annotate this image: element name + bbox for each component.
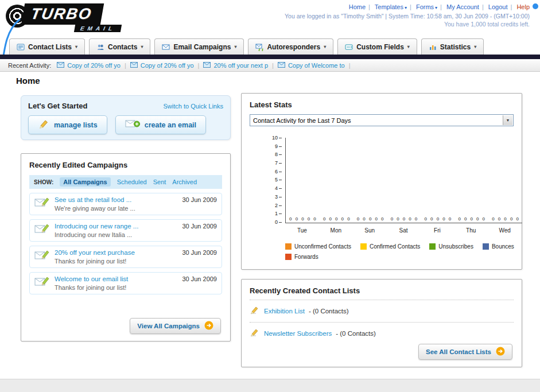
x-axis-label: Wed bbox=[488, 227, 522, 234]
activity-item[interactable]: Copy of Welcome to bbox=[278, 62, 345, 69]
campaign-title-link[interactable]: Welcome to our email list bbox=[55, 275, 128, 282]
tab-contacts[interactable]: Contacts ▾ bbox=[89, 38, 150, 55]
legend-forwards: Forwards bbox=[285, 254, 318, 260]
activity-item[interactable]: 20% off your next p bbox=[203, 62, 268, 69]
campaigns-filter-bar: SHOW: All Campaigns Scheduled Sent Archi… bbox=[29, 175, 222, 189]
campaign-title-link[interactable]: Introducing our new range ... bbox=[55, 223, 138, 230]
header-right: Home| Templates▾| Forms▾| My Account| Lo… bbox=[285, 3, 530, 28]
stats-panel: Latest Stats Contact Activity for the La… bbox=[241, 93, 522, 270]
y-tick-label: 9 bbox=[275, 144, 282, 149]
blue-dot-icon bbox=[533, 3, 538, 9]
tab-autoresponders[interactable]: Autoresponders ▾ bbox=[248, 38, 333, 55]
campaign-title-link[interactable]: 20% off your next purchase bbox=[55, 249, 135, 256]
link-label: Templates bbox=[375, 3, 403, 10]
legend-unsubscribes: Unsubscribes bbox=[429, 243, 473, 250]
activity-item[interactable]: Copy of 20% off yo bbox=[57, 62, 121, 69]
link-help[interactable]: Help bbox=[516, 3, 530, 10]
show-label: SHOW: bbox=[34, 179, 53, 185]
tab-custom-fields[interactable]: Custom Fields ▾ bbox=[337, 38, 417, 55]
tab-label: Contact Lists bbox=[28, 43, 72, 51]
campaign-date: 30 Jun 2009 bbox=[182, 223, 217, 230]
app-logo[interactable]: TURBO EMAIL bbox=[6, 3, 149, 34]
bar-value-label: 0 bbox=[357, 217, 359, 222]
x-axis-label: Mon bbox=[319, 227, 353, 234]
stats-range-select[interactable]: Contact Activity for the Last 7 Days ▼ bbox=[250, 114, 514, 126]
campaign-row[interactable]: Introducing our new range ... Introducin… bbox=[29, 219, 222, 242]
legend-unconfirmed-contacts: Unconfirmed Contacts bbox=[285, 243, 351, 250]
legend-bounces: Bounces bbox=[483, 243, 514, 250]
bar-value-label: 0 bbox=[464, 217, 467, 222]
contact-list-item[interactable]: Exhibition List - (0 Contacts) bbox=[250, 305, 514, 317]
create-email-button[interactable]: create an email bbox=[115, 115, 206, 134]
chevron-down-icon: ▾ bbox=[324, 44, 326, 49]
view-all-campaigns-button[interactable]: View All Campaigns bbox=[130, 318, 221, 334]
arrow-circle-icon bbox=[496, 347, 505, 357]
campaign-title-link[interactable]: See us at the retail food ... bbox=[55, 196, 135, 203]
filter-all-campaigns[interactable]: All Campaigns bbox=[60, 177, 110, 187]
campaign-row[interactable]: See us at the retail food ... We're givi… bbox=[29, 193, 222, 215]
top-nav: Home| Templates▾| Forms▾| My Account| Lo… bbox=[285, 3, 530, 10]
tab-statistics[interactable]: Statistics ▾ bbox=[421, 38, 484, 55]
x-axis-label: Tue bbox=[285, 227, 319, 234]
bar-value-label: 0 bbox=[516, 217, 518, 222]
activity-item[interactable]: Copy of 20% off yo bbox=[130, 62, 194, 69]
custom-fields-icon bbox=[345, 43, 353, 51]
contact-list-link[interactable]: Newsletter Subscribers bbox=[264, 330, 332, 337]
y-tick-label: 3 bbox=[275, 195, 282, 200]
filter-archived[interactable]: Archived bbox=[172, 178, 197, 185]
manage-lists-button[interactable]: manage lists bbox=[28, 115, 107, 134]
bar-value-label: 0 bbox=[363, 217, 365, 222]
legend-label: Confirmed Contacts bbox=[370, 243, 420, 250]
link-home[interactable]: Home bbox=[349, 3, 366, 10]
campaign-edit-icon bbox=[34, 196, 50, 211]
filter-sent[interactable]: Sent bbox=[153, 178, 166, 185]
bar-value-label: 0 bbox=[341, 217, 344, 222]
chart-plot-area: 00000000000000000000000000000000000 bbox=[285, 138, 522, 223]
tab-label: Contacts bbox=[108, 43, 137, 51]
get-started-title: Let's Get Started bbox=[28, 102, 88, 110]
bar-group: 00000 bbox=[286, 217, 320, 222]
x-axis-label: Fri bbox=[420, 227, 454, 234]
bar-value-label: 0 bbox=[289, 217, 292, 222]
campaign-edit-icon bbox=[34, 223, 50, 237]
chevron-down-icon: ▾ bbox=[407, 44, 410, 49]
legend-swatch bbox=[360, 243, 367, 250]
contact-list-link[interactable]: Exhibition List bbox=[264, 308, 305, 315]
y-tick-label: 2 bbox=[275, 203, 282, 208]
pencil-icon bbox=[38, 119, 49, 131]
link-forms[interactable]: Forms▾ bbox=[416, 3, 437, 10]
pencil-icon bbox=[250, 328, 260, 339]
contact-list-count: - (0 Contacts) bbox=[336, 330, 376, 337]
envelope-icon bbox=[278, 62, 285, 69]
filter-scheduled[interactable]: Scheduled bbox=[117, 178, 147, 185]
campaign-row[interactable]: 20% off your next purchase Thanks for jo… bbox=[29, 246, 222, 268]
logo-subtext: EMAIL bbox=[74, 25, 122, 32]
switch-quick-links[interactable]: Switch to Quick Links bbox=[163, 103, 223, 110]
chevron-down-icon: ▾ bbox=[474, 44, 476, 49]
chevron-down-icon: ▾ bbox=[75, 44, 77, 49]
link-logout[interactable]: Logout bbox=[488, 3, 508, 10]
campaign-date: 30 Jun 2009 bbox=[182, 249, 217, 256]
link-my-account[interactable]: My Account bbox=[446, 3, 479, 10]
tab-email-campaigns[interactable]: Email Campaigns ▾ bbox=[154, 38, 244, 55]
y-tick-label: 1 bbox=[275, 211, 282, 216]
button-label: manage lists bbox=[54, 121, 98, 129]
contact-list-item[interactable]: Newsletter Subscribers - (0 Contacts) bbox=[250, 327, 514, 340]
separator: | bbox=[510, 3, 512, 10]
stats-chart: 109876543210 000000000000000000000000000… bbox=[250, 135, 514, 269]
bar-group: 00000 bbox=[421, 217, 454, 222]
x-axis-label: Sat bbox=[387, 227, 421, 234]
legend-label: Bounces bbox=[492, 243, 514, 250]
campaign-row[interactable]: Welcome to our email list Thanks for joi… bbox=[29, 272, 222, 294]
bar-value-label: 0 bbox=[391, 217, 393, 222]
tab-contact-lists[interactable]: Contact Lists ▾ bbox=[9, 38, 85, 55]
see-all-contact-lists-button[interactable]: See All Contact Lists bbox=[418, 344, 512, 360]
y-tick-label: 10 bbox=[272, 135, 282, 141]
link-templates[interactable]: Templates▾ bbox=[375, 3, 407, 10]
separator: | bbox=[368, 3, 370, 10]
bar-value-label: 0 bbox=[301, 217, 304, 222]
bar-value-label: 0 bbox=[375, 217, 377, 222]
link-label: Forms bbox=[416, 3, 434, 10]
bar-value-label: 0 bbox=[492, 217, 494, 222]
separator: | bbox=[349, 62, 351, 69]
